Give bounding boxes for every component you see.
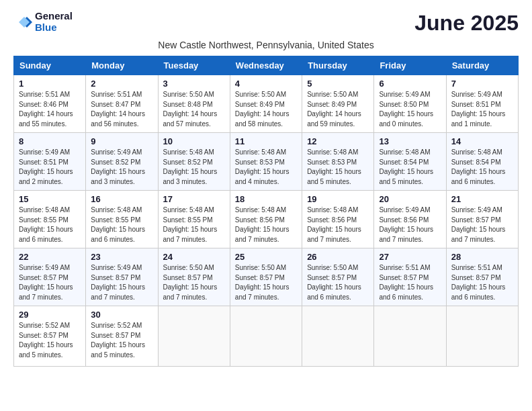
calendar-week-row: 22Sunrise: 5:49 AM Sunset: 8:57 PM Dayli…	[14, 248, 519, 306]
day-info: Sunrise: 5:51 AM Sunset: 8:57 PM Dayligh…	[451, 263, 513, 302]
calendar-header-saturday: Saturday	[446, 56, 518, 75]
day-info: Sunrise: 5:48 AM Sunset: 8:56 PM Dayligh…	[307, 205, 369, 244]
day-number: 10	[163, 136, 225, 146]
day-info: Sunrise: 5:48 AM Sunset: 8:55 PM Dayligh…	[163, 205, 225, 244]
calendar-cell: 7Sunrise: 5:49 AM Sunset: 8:51 PM Daylig…	[446, 75, 518, 133]
calendar-cell: 1Sunrise: 5:51 AM Sunset: 8:46 PM Daylig…	[14, 75, 86, 133]
calendar-cell: 15Sunrise: 5:48 AM Sunset: 8:55 PM Dayli…	[14, 191, 86, 248]
calendar-cell: 19Sunrise: 5:48 AM Sunset: 8:56 PM Dayli…	[302, 191, 374, 248]
day-number: 8	[19, 136, 81, 146]
day-number: 12	[307, 136, 369, 146]
day-info: Sunrise: 5:51 AM Sunset: 8:46 PM Dayligh…	[19, 90, 81, 129]
calendar-cell: 30Sunrise: 5:52 AM Sunset: 8:57 PM Dayli…	[86, 306, 158, 367]
calendar-cell: 6Sunrise: 5:49 AM Sunset: 8:50 PM Daylig…	[374, 75, 446, 133]
calendar-cell: 8Sunrise: 5:49 AM Sunset: 8:51 PM Daylig…	[14, 133, 86, 191]
calendar-cell: 29Sunrise: 5:52 AM Sunset: 8:57 PM Dayli…	[14, 306, 86, 367]
calendar-cell	[302, 306, 374, 367]
calendar-header-row: SundayMondayTuesdayWednesdayThursdayFrid…	[14, 56, 519, 75]
day-number: 14	[451, 136, 513, 146]
day-number: 18	[235, 194, 297, 204]
calendar-cell: 26Sunrise: 5:50 AM Sunset: 8:57 PM Dayli…	[302, 248, 374, 306]
day-number: 17	[163, 194, 225, 204]
day-number: 11	[235, 136, 297, 146]
day-info: Sunrise: 5:51 AM Sunset: 8:47 PM Dayligh…	[91, 90, 152, 129]
day-info: Sunrise: 5:48 AM Sunset: 8:53 PM Dayligh…	[307, 148, 369, 187]
day-number: 3	[163, 79, 225, 89]
day-info: Sunrise: 5:48 AM Sunset: 8:56 PM Dayligh…	[235, 205, 297, 244]
calendar-header-friday: Friday	[374, 56, 446, 75]
day-number: 2	[91, 79, 152, 89]
calendar-cell: 23Sunrise: 5:49 AM Sunset: 8:57 PM Dayli…	[86, 248, 158, 306]
day-info: Sunrise: 5:49 AM Sunset: 8:57 PM Dayligh…	[451, 205, 513, 244]
calendar-cell: 3Sunrise: 5:50 AM Sunset: 8:48 PM Daylig…	[158, 75, 230, 133]
calendar-header-tuesday: Tuesday	[158, 56, 230, 75]
calendar-cell: 27Sunrise: 5:51 AM Sunset: 8:57 PM Dayli…	[374, 248, 446, 306]
day-info: Sunrise: 5:50 AM Sunset: 8:49 PM Dayligh…	[235, 90, 297, 129]
logo-general: General	[35, 11, 73, 22]
day-info: Sunrise: 5:50 AM Sunset: 8:57 PM Dayligh…	[163, 263, 225, 302]
day-number: 1	[19, 79, 81, 89]
day-info: Sunrise: 5:48 AM Sunset: 8:55 PM Dayligh…	[91, 205, 152, 244]
day-number: 7	[451, 79, 513, 89]
calendar-cell: 5Sunrise: 5:50 AM Sunset: 8:49 PM Daylig…	[302, 75, 374, 133]
calendar-week-row: 1Sunrise: 5:51 AM Sunset: 8:46 PM Daylig…	[14, 75, 519, 133]
calendar-cell: 25Sunrise: 5:50 AM Sunset: 8:57 PM Dayli…	[230, 248, 302, 306]
day-number: 23	[91, 252, 152, 262]
header: General Blue June 2025	[13, 11, 519, 36]
day-number: 29	[19, 310, 81, 320]
calendar-week-row: 8Sunrise: 5:49 AM Sunset: 8:51 PM Daylig…	[14, 133, 519, 191]
day-info: Sunrise: 5:49 AM Sunset: 8:51 PM Dayligh…	[19, 148, 81, 187]
logo-blue: Blue	[35, 22, 73, 34]
day-info: Sunrise: 5:52 AM Sunset: 8:57 PM Dayligh…	[91, 321, 152, 360]
calendar-cell: 16Sunrise: 5:48 AM Sunset: 8:55 PM Dayli…	[86, 191, 158, 248]
calendar-cell: 9Sunrise: 5:49 AM Sunset: 8:52 PM Daylig…	[86, 133, 158, 191]
calendar-cell: 24Sunrise: 5:50 AM Sunset: 8:57 PM Dayli…	[158, 248, 230, 306]
calendar: SundayMondayTuesdayWednesdayThursdayFrid…	[13, 56, 519, 367]
calendar-cell: 2Sunrise: 5:51 AM Sunset: 8:47 PM Daylig…	[86, 75, 158, 133]
calendar-cell: 18Sunrise: 5:48 AM Sunset: 8:56 PM Dayli…	[230, 191, 302, 248]
day-number: 24	[163, 252, 225, 262]
calendar-cell: 4Sunrise: 5:50 AM Sunset: 8:49 PM Daylig…	[230, 75, 302, 133]
day-number: 4	[235, 79, 297, 89]
calendar-cell: 17Sunrise: 5:48 AM Sunset: 8:55 PM Dayli…	[158, 191, 230, 248]
calendar-body: 1Sunrise: 5:51 AM Sunset: 8:46 PM Daylig…	[14, 75, 519, 367]
day-info: Sunrise: 5:49 AM Sunset: 8:57 PM Dayligh…	[91, 263, 152, 302]
calendar-header-monday: Monday	[86, 56, 158, 75]
calendar-cell: 28Sunrise: 5:51 AM Sunset: 8:57 PM Dayli…	[446, 248, 518, 306]
calendar-cell: 10Sunrise: 5:48 AM Sunset: 8:52 PM Dayli…	[158, 133, 230, 191]
day-info: Sunrise: 5:48 AM Sunset: 8:54 PM Dayligh…	[451, 148, 513, 187]
calendar-cell	[446, 306, 518, 367]
day-info: Sunrise: 5:50 AM Sunset: 8:49 PM Dayligh…	[307, 90, 369, 129]
day-info: Sunrise: 5:50 AM Sunset: 8:57 PM Dayligh…	[307, 263, 369, 302]
day-number: 19	[307, 194, 369, 204]
calendar-cell: 11Sunrise: 5:48 AM Sunset: 8:53 PM Dayli…	[230, 133, 302, 191]
day-info: Sunrise: 5:51 AM Sunset: 8:57 PM Dayligh…	[379, 263, 441, 302]
calendar-cell	[230, 306, 302, 367]
day-number: 30	[91, 310, 152, 320]
day-number: 26	[307, 252, 369, 262]
day-number: 5	[307, 79, 369, 89]
location-title: New Castle Northwest, Pennsylvania, Unit…	[13, 40, 519, 50]
day-number: 28	[451, 252, 513, 262]
day-number: 6	[379, 79, 441, 89]
day-info: Sunrise: 5:48 AM Sunset: 8:52 PM Dayligh…	[163, 148, 225, 187]
day-number: 13	[379, 136, 441, 146]
calendar-header-wednesday: Wednesday	[230, 56, 302, 75]
day-number: 20	[379, 194, 441, 204]
calendar-cell	[374, 306, 446, 367]
day-info: Sunrise: 5:48 AM Sunset: 8:53 PM Dayligh…	[235, 148, 297, 187]
calendar-cell: 21Sunrise: 5:49 AM Sunset: 8:57 PM Dayli…	[446, 191, 518, 248]
day-info: Sunrise: 5:49 AM Sunset: 8:51 PM Dayligh…	[451, 90, 513, 129]
calendar-week-row: 29Sunrise: 5:52 AM Sunset: 8:57 PM Dayli…	[14, 306, 519, 367]
day-number: 16	[91, 194, 152, 204]
day-info: Sunrise: 5:48 AM Sunset: 8:55 PM Dayligh…	[19, 205, 81, 244]
day-info: Sunrise: 5:52 AM Sunset: 8:57 PM Dayligh…	[19, 321, 81, 360]
day-info: Sunrise: 5:49 AM Sunset: 8:57 PM Dayligh…	[19, 263, 81, 302]
calendar-cell: 14Sunrise: 5:48 AM Sunset: 8:54 PM Dayli…	[446, 133, 518, 191]
day-number: 22	[19, 252, 81, 262]
day-number: 27	[379, 252, 441, 262]
day-info: Sunrise: 5:49 AM Sunset: 8:56 PM Dayligh…	[379, 205, 441, 244]
calendar-cell	[158, 306, 230, 367]
calendar-header-sunday: Sunday	[14, 56, 86, 75]
day-info: Sunrise: 5:49 AM Sunset: 8:50 PM Dayligh…	[379, 90, 441, 129]
